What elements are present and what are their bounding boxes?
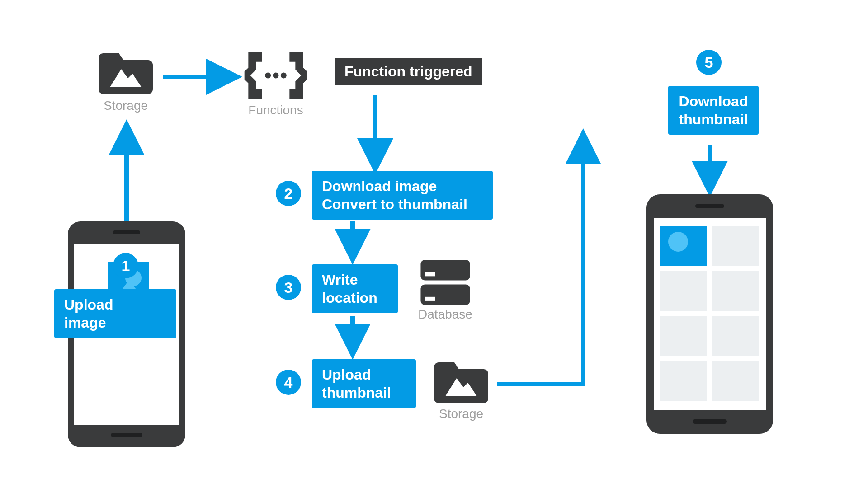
step-3-box: Write location <box>312 264 398 313</box>
svg-rect-12 <box>425 272 435 276</box>
svg-rect-11 <box>420 285 470 305</box>
function-triggered-box: Function triggered <box>335 58 482 85</box>
functions-icon <box>246 51 305 100</box>
step-4-badge: 4 <box>276 370 301 395</box>
step-1-box: Upload image <box>54 289 176 338</box>
svg-rect-28 <box>660 271 707 311</box>
svg-point-7 <box>265 73 271 79</box>
step-2-box: Download image Convert to thumbnail <box>312 171 493 220</box>
svg-rect-25 <box>693 419 727 424</box>
step-3-badge: 3 <box>276 275 301 300</box>
svg-rect-32 <box>660 361 707 401</box>
storage-bottom-label: Storage <box>434 407 488 421</box>
svg-rect-30 <box>660 316 707 356</box>
step-5-badge: 5 <box>696 50 722 75</box>
phone-right-icon <box>646 194 773 434</box>
database-label: Database <box>416 307 475 322</box>
svg-point-8 <box>273 73 279 79</box>
svg-point-35 <box>668 232 688 252</box>
step-2-badge: 2 <box>276 181 301 206</box>
storage-top-label: Storage <box>99 99 153 113</box>
step-5-box: Download thumbnail <box>668 86 759 135</box>
svg-rect-33 <box>712 361 760 401</box>
svg-rect-31 <box>712 316 760 356</box>
svg-rect-10 <box>420 260 470 280</box>
functions-label: Functions <box>244 103 307 117</box>
diagram-canvas: Storage Functions Database Storage <box>0 0 868 488</box>
svg-rect-29 <box>712 271 760 311</box>
storage-folder-bottom-icon <box>434 358 488 403</box>
svg-rect-27 <box>712 226 760 266</box>
svg-point-9 <box>281 73 287 79</box>
step-4-box: Upload thumbnail <box>312 359 416 408</box>
database-icon <box>420 260 470 305</box>
storage-folder-icon <box>99 49 153 94</box>
svg-rect-13 <box>425 297 435 301</box>
svg-rect-17 <box>113 230 140 234</box>
svg-rect-24 <box>695 204 724 208</box>
step-1-badge: 1 <box>113 253 138 278</box>
svg-rect-18 <box>111 433 142 437</box>
